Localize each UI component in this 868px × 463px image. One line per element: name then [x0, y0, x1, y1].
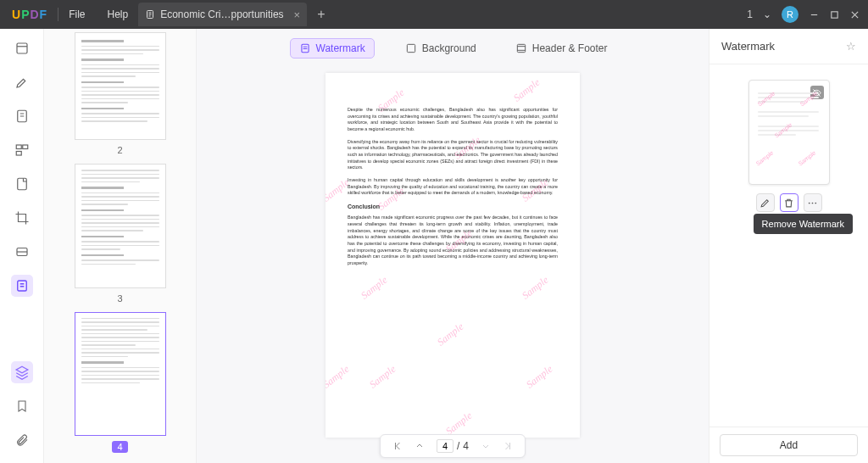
tab-watermark[interactable]: Watermark [290, 38, 375, 59]
watermark-sample: Sample [326, 362, 353, 392]
watermark-sample: Sample [442, 409, 476, 438]
document-page[interactable]: Despite the numerous economic challenges… [326, 73, 580, 438]
thumbnail-page-2[interactable] [75, 32, 166, 140]
svg-rect-6 [16, 152, 21, 156]
svg-point-16 [815, 202, 816, 204]
tool-pagetools-icon[interactable] [11, 275, 33, 297]
thumb-label-3: 3 [117, 293, 122, 304]
pager-total: 4 [463, 440, 469, 452]
svg-rect-1 [831, 11, 837, 17]
tool-crop-icon[interactable] [11, 207, 33, 229]
svg-rect-10 [301, 44, 308, 52]
tab-title: Economic Cri…pportunities [160, 8, 283, 20]
window-maximize-icon[interactable] [829, 9, 839, 20]
pager-first-icon[interactable] [392, 441, 403, 451]
pager-last-icon[interactable] [503, 441, 513, 451]
window-minimize-icon[interactable] [809, 9, 819, 20]
thumb-label-2: 2 [117, 145, 122, 155]
page-navigator: / 4 [380, 434, 526, 458]
svg-point-15 [812, 202, 814, 204]
svg-rect-4 [16, 145, 21, 149]
pager-current-input[interactable] [437, 439, 453, 453]
thumbnail-page-3[interactable] [75, 164, 166, 288]
panel-title: Watermark [721, 40, 775, 53]
svg-rect-5 [22, 145, 27, 149]
left-tool-rail [0, 29, 44, 463]
pager-prev-icon[interactable] [415, 441, 425, 451]
watermark-preview[interactable]: Sample Sample Sample Sample Sample [748, 80, 830, 185]
window-close-icon[interactable] [849, 9, 860, 20]
tool-ocr-icon[interactable] [11, 173, 33, 195]
tool-thumbnails-icon[interactable] [11, 37, 33, 59]
document-view: Watermark Background Header & Footer Des… [197, 29, 709, 463]
pager-sep: / [457, 440, 459, 452]
svg-rect-12 [517, 44, 525, 52]
thumb-label-4: 4 [112, 441, 127, 453]
titlebar: UPDF File Help Economic Cri…pportunities… [0, 0, 868, 29]
more-watermark-button[interactable] [804, 193, 822, 212]
page-tools-tabs: Watermark Background Header & Footer [290, 31, 616, 66]
menu-help[interactable]: Help [108, 8, 129, 20]
watermark-sample: Sample [358, 273, 391, 303]
tooltip-remove-watermark: Remove Watermark [754, 214, 853, 234]
page-paragraph: Despite the numerous economic challenges… [348, 107, 558, 133]
svg-rect-9 [17, 281, 26, 291]
tool-edit-icon[interactable] [11, 105, 33, 127]
tab-header-footer[interactable]: Header & Footer [507, 39, 616, 58]
watermark-sample: Sample [366, 362, 399, 392]
svg-rect-11 [407, 44, 415, 52]
thumbnail-panel: 2 3 4 [44, 29, 197, 463]
tool-redact-icon[interactable] [11, 241, 33, 263]
add-watermark-button[interactable]: Add [720, 434, 858, 456]
document-tab[interactable]: Economic Cri…pportunities × [138, 3, 307, 26]
tool-organize-icon[interactable] [11, 139, 33, 161]
svg-rect-7 [17, 178, 26, 190]
star-icon[interactable]: ☆ [846, 40, 856, 53]
thumbnail-page-4[interactable] [75, 312, 166, 437]
rail-attachment-icon[interactable] [11, 429, 33, 451]
watermark-sample: Sample [523, 362, 556, 392]
user-avatar[interactable]: R [782, 6, 798, 23]
rail-bookmark-icon[interactable] [11, 395, 33, 417]
watermark-sample: Sample [510, 75, 543, 105]
rail-layers-icon[interactable] [11, 361, 33, 383]
tab-background[interactable]: Background [397, 39, 485, 58]
pager-next-icon[interactable] [481, 441, 491, 451]
page-paragraph: Diversifying the economy away from its r… [348, 139, 558, 171]
svg-point-14 [809, 202, 810, 204]
chevron-down-icon[interactable]: ⌄ [763, 8, 771, 20]
tab-close-icon[interactable]: × [294, 8, 301, 21]
counter-label: 1 [747, 8, 753, 20]
watermark-panel: Watermark ☆ Sample Sample Sample Sample … [709, 29, 868, 463]
tool-highlighter-icon[interactable] [11, 71, 33, 93]
edit-watermark-button[interactable] [756, 193, 775, 212]
watermark-sample: Sample [519, 273, 552, 303]
menu-file[interactable]: File [69, 8, 85, 20]
svg-rect-2 [17, 43, 27, 53]
remove-watermark-button[interactable] [780, 193, 798, 212]
watermark-sample: Sample [434, 320, 467, 349]
app-logo: UPDF [12, 8, 47, 21]
new-tab-button[interactable]: + [317, 7, 325, 22]
